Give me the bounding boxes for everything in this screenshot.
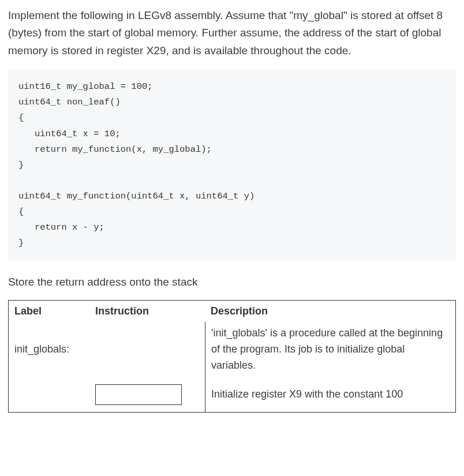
- instruction-text: Store the return address onto the stack: [8, 273, 456, 291]
- cell-label-init-globals: init_globals:: [9, 322, 89, 377]
- cell-description-init-globals: 'init_globals' is a procedure called at …: [205, 322, 455, 377]
- table-row: Initialize register X9 with the constant…: [9, 377, 455, 412]
- header-label: Label: [9, 301, 89, 322]
- cell-label-empty: [9, 377, 89, 412]
- table-header-row: Label Instruction Description: [9, 301, 455, 322]
- cell-instruction-empty: [89, 322, 205, 377]
- table-row: init_globals: 'init_globals' is a proced…: [9, 322, 455, 377]
- header-instruction: Instruction: [89, 301, 205, 322]
- assembly-table: Label Instruction Description init_globa…: [8, 300, 456, 413]
- cell-instruction-input: [89, 377, 205, 412]
- code-block: uint16_t my_global = 100; uint64_t non_l…: [8, 70, 456, 260]
- intro-paragraph: Implement the following in LEGv8 assembl…: [8, 7, 456, 59]
- cell-description-x9: Initialize register X9 with the constant…: [205, 377, 455, 412]
- header-description: Description: [205, 301, 455, 322]
- instruction-input[interactable]: [95, 384, 182, 405]
